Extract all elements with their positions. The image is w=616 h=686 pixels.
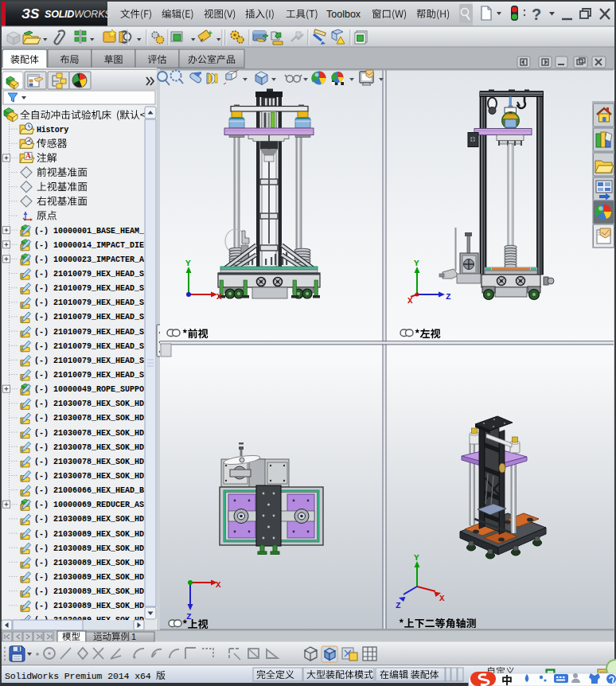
svg-text:(-) 21030078_HEX_SOK_HD: (-) 21030078_HEX_SOK_HD <box>34 443 144 452</box>
svg-text:(-) 21010079_HEX_HEAD_S: (-) 21010079_HEX_HEAD_S <box>34 298 144 307</box>
svg-text:Z: Z <box>446 292 451 302</box>
svg-text:(-) 21030078_HEX_SOK_HD: (-) 21030078_HEX_SOK_HD <box>34 429 144 438</box>
svg-text:(-) 21030078_HEX_SOK_HD: (-) 21030078_HEX_SOK_HD <box>34 458 144 466</box>
svg-text:(-) 21010079_HEX_HEAD_S: (-) 21010079_HEX_HEAD_S <box>34 313 144 322</box>
svg-text:Z: Z <box>186 612 192 622</box>
svg-text:(-) 10000049_ROPE_SUPPO: (-) 10000049_ROPE_SUPPO <box>34 385 144 394</box>
svg-text:(-) 21030089_HEX_SOK_HD: (-) 21030089_HEX_SOK_HD <box>34 559 144 567</box>
svg-text:X: X <box>439 594 445 603</box>
svg-text:(-) 10000014_IMPACT_DIE: (-) 10000014_IMPACT_DIE <box>34 241 144 250</box>
svg-text:ЗS: ЗS <box>21 6 40 21</box>
svg-text:Toolbox: Toolbox <box>326 9 361 20</box>
svg-text:(-) 21030089_HEX_SOK_HD: (-) 21030089_HEX_SOK_HD <box>34 587 144 596</box>
svg-text:(-) 21030089_HEX_SOK_HD: (-) 21030089_HEX_SOK_HD <box>34 602 144 610</box>
svg-text:(-) 21010079_HEX_HEAD_S: (-) 21010079_HEX_HEAD_S <box>34 270 144 279</box>
svg-text:(-) 21006066_HEX_HEAD_B: (-) 21006066_HEX_HEAD_B <box>34 486 144 495</box>
svg-text:Y: Y <box>185 259 191 268</box>
svg-text:(-) 21010079_HEX_HEAD_S: (-) 21010079_HEX_HEAD_S <box>34 342 144 351</box>
svg-text:(-) 21030078_HEX_SOK_HD: (-) 21030078_HEX_SOK_HD <box>34 400 144 408</box>
svg-text:(-) 10000069_REDUCER_AS: (-) 10000069_REDUCER_AS <box>34 501 144 509</box>
svg-text:X: X <box>216 292 222 302</box>
svg-text:(-) 10000023_IMPACTER_A: (-) 10000023_IMPACTER_A <box>34 255 144 264</box>
svg-text:(-) 21010079_HEX_HEAD_S: (-) 21010079_HEX_HEAD_S <box>34 284 144 293</box>
svg-text:Y: Y <box>414 259 419 268</box>
svg-text:A: A <box>25 152 31 160</box>
svg-text:X: X <box>216 580 221 590</box>
svg-text:(-) 21010079_HEX_HEAD_S: (-) 21010079_HEX_HEAD_S <box>34 328 144 337</box>
svg-text:(-) 21030078_HEX_SOK_HD: (-) 21030078_HEX_SOK_HD <box>34 472 144 481</box>
svg-text:1: 1 <box>131 632 136 641</box>
svg-text:(-) 21030089_HEX_SOK_HD: (-) 21030089_HEX_SOK_HD <box>34 544 144 553</box>
svg-text:SOLIDWORKS: SOLIDWORKS <box>45 9 111 20</box>
svg-text:History: History <box>37 126 68 134</box>
svg-text:(-) 21030089_HEX_SOK_HD: (-) 21030089_HEX_SOK_HD <box>34 515 144 524</box>
svg-text:SolidWorks Premium 2014 x64: SolidWorks Premium 2014 x64 <box>5 671 151 681</box>
svg-text:(-) 21030089_HEX_SOK_HD: (-) 21030089_HEX_SOK_HD <box>34 530 144 539</box>
svg-text:?: ? <box>532 6 541 23</box>
svg-text:Z: Z <box>396 601 401 610</box>
svg-text:Y: Y <box>414 553 419 563</box>
svg-text:(-) 21010079_HEX_HEAD_S: (-) 21010079_HEX_HEAD_S <box>34 357 144 365</box>
svg-text:(-) 10000001_BASE_HEAM_: (-) 10000001_BASE_HEAM_ <box>34 227 145 236</box>
svg-text:(-) 21010079_HEX_HEAD_S: (-) 21010079_HEX_HEAD_S <box>34 371 144 380</box>
svg-text:(-) 21030078_HEX_SOK_HD: (-) 21030078_HEX_SOK_HD <box>34 414 144 423</box>
svg-text:(-) 21030089_HEX_SOK_HD: (-) 21030089_HEX_SOK_HD <box>34 573 144 582</box>
svg-text:X: X <box>407 296 413 306</box>
